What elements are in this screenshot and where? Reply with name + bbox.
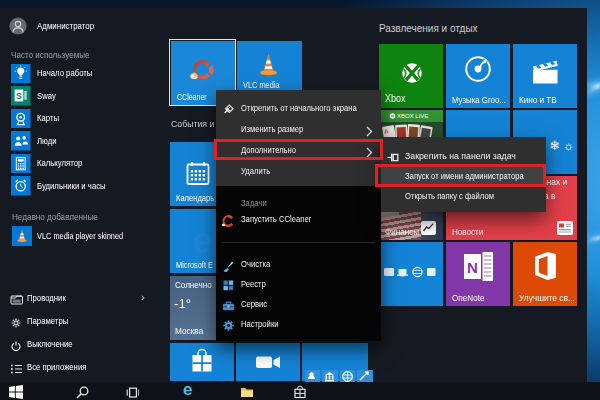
svg-text:❄: ❄ bbox=[549, 138, 560, 153]
svg-text:S: S bbox=[16, 91, 22, 101]
svg-text:N: N bbox=[467, 259, 478, 276]
svg-text:☼: ☼ bbox=[563, 139, 574, 153]
svg-text:XBOX LIVE: XBOX LIVE bbox=[397, 113, 428, 119]
svg-text:e: e bbox=[192, 220, 212, 261]
